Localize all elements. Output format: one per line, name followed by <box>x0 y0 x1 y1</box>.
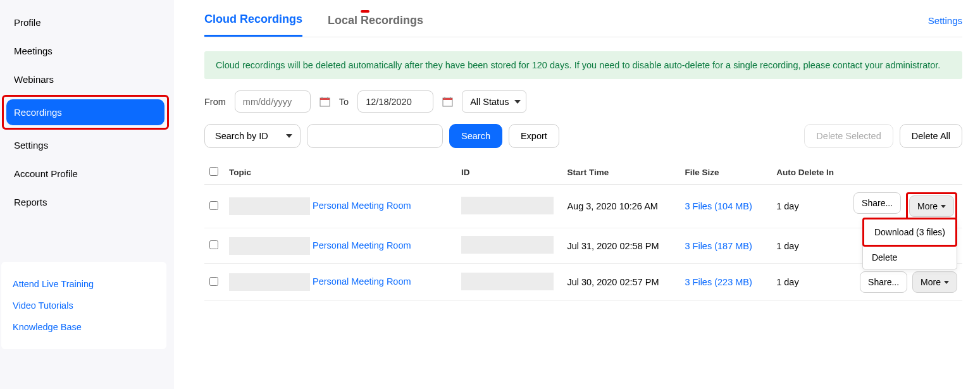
delete-all-button[interactable]: Delete All <box>900 124 962 148</box>
sidebar-help-links: Attend Live Training Video Tutorials Kno… <box>1 262 166 349</box>
from-label: From <box>204 97 226 107</box>
sidebar-item-account-profile[interactable]: Account Profile <box>0 161 174 187</box>
annotation-highlight-download: Download (3 files) <box>862 218 957 247</box>
file-size-link[interactable]: 3 Files (104 MB) <box>685 201 752 211</box>
topic-link[interactable]: Personal Meeting Room <box>313 240 411 250</box>
topic-link[interactable]: Personal Meeting Room <box>313 201 411 211</box>
sidebar-item-webinars[interactable]: Webinars <box>0 66 174 92</box>
start-time: Jul 30, 2020 02:57 PM <box>562 264 679 301</box>
annotation-highlight-recordings: Recordings <box>2 95 169 130</box>
more-button[interactable]: More <box>912 271 957 293</box>
annotation-highlight-more: More <box>906 192 957 220</box>
sidebar-item-profile[interactable]: Profile <box>0 9 174 35</box>
sidebar-item-settings[interactable]: Settings <box>0 132 174 158</box>
row-checkbox[interactable] <box>209 277 218 286</box>
main-content: Cloud Recordings Local Recordings Settin… <box>174 0 980 389</box>
topic-link[interactable]: Personal Meeting Room <box>313 276 411 287</box>
search-by-select[interactable]: Search by ID <box>204 124 301 148</box>
table-row: Personal Meeting Room Aug 3, 2020 10:26 … <box>204 185 962 228</box>
status-select[interactable]: All Status <box>462 90 526 113</box>
sidebar-item-recordings[interactable]: Recordings <box>6 99 164 125</box>
redacted-name <box>229 197 310 215</box>
more-button[interactable]: More <box>909 195 954 217</box>
dropdown-download[interactable]: Download (3 files) <box>865 221 954 244</box>
search-input-wrap <box>307 124 443 148</box>
col-auto: Auto Delete In <box>771 161 845 185</box>
calendar-icon[interactable] <box>319 96 330 107</box>
select-all-checkbox[interactable] <box>209 167 218 176</box>
chevron-down-icon <box>941 205 946 208</box>
table-row: Personal Meeting Room Jul 31, 2020 02:58… <box>204 228 962 264</box>
from-date-input[interactable] <box>235 90 311 113</box>
info-banner: Cloud recordings will be deleted automat… <box>204 51 962 79</box>
start-time: Aug 3, 2020 10:26 AM <box>562 185 679 228</box>
row-checkbox[interactable] <box>209 240 218 249</box>
file-size-link[interactable]: 3 Files (187 MB) <box>685 241 752 251</box>
more-dropdown: Download (3 files) Delete <box>862 218 957 269</box>
svg-rect-5 <box>443 98 452 100</box>
row-checkbox[interactable] <box>209 201 218 210</box>
col-id: ID <box>456 161 562 185</box>
more-label: More <box>917 201 938 211</box>
redacted-id <box>461 236 554 254</box>
link-knowledge-base[interactable]: Knowledge Base <box>13 316 155 338</box>
to-label: To <box>339 97 349 107</box>
link-video-tutorials[interactable]: Video Tutorials <box>13 295 155 316</box>
tab-cloud-recordings[interactable]: Cloud Recordings <box>204 13 302 37</box>
search-input[interactable] <box>318 131 437 141</box>
redacted-id <box>461 197 554 214</box>
date-filters: From To All Status <box>204 90 962 113</box>
share-button[interactable]: Share... <box>853 192 901 214</box>
tab-local-label: Local Recordings <box>328 14 423 27</box>
more-label: More <box>921 277 941 287</box>
bulk-actions: Delete Selected Delete All <box>804 124 962 148</box>
tabs: Cloud Recordings Local Recordings Settin… <box>204 13 962 37</box>
file-size-link[interactable]: 3 Files (223 MB) <box>685 277 752 287</box>
dropdown-delete[interactable]: Delete <box>863 246 957 269</box>
sidebar: Profile Meetings Webinars Recordings Set… <box>0 0 174 389</box>
redacted-id <box>461 273 554 290</box>
delete-selected-button[interactable]: Delete Selected <box>804 124 893 148</box>
redacted-name <box>229 273 310 291</box>
col-start: Start Time <box>562 161 679 185</box>
start-time: Jul 31, 2020 02:58 PM <box>562 228 679 264</box>
sidebar-nav: Profile Meetings Webinars Recordings Set… <box>0 9 174 218</box>
redacted-name <box>229 237 310 255</box>
tab-local-recordings[interactable]: Local Recordings <box>328 14 423 36</box>
chevron-down-icon <box>944 281 949 284</box>
recordings-table: Topic ID Start Time File Size Auto Delet… <box>204 161 962 301</box>
col-file: File Size <box>679 161 771 185</box>
search-controls: Search by ID Search Export Delete Select… <box>204 124 962 148</box>
to-date-input[interactable] <box>357 90 433 113</box>
link-attend-live-training[interactable]: Attend Live Training <box>13 273 155 295</box>
auto-delete: 1 day <box>771 185 845 228</box>
search-button[interactable]: Search <box>449 124 502 148</box>
auto-delete: 1 day <box>771 264 845 301</box>
col-topic: Topic <box>224 161 456 185</box>
svg-rect-1 <box>320 98 330 100</box>
table-row: Personal Meeting Room Jul 30, 2020 02:57… <box>204 264 962 301</box>
calendar-icon[interactable] <box>442 96 453 107</box>
auto-delete: 1 day <box>771 228 845 264</box>
export-button[interactable]: Export <box>509 124 559 148</box>
link-recording-settings[interactable]: Settings <box>928 15 962 35</box>
annotation-red-mark <box>361 10 369 13</box>
share-button[interactable]: Share... <box>860 271 907 293</box>
sidebar-item-meetings[interactable]: Meetings <box>0 38 174 64</box>
sidebar-item-reports[interactable]: Reports <box>0 189 174 215</box>
